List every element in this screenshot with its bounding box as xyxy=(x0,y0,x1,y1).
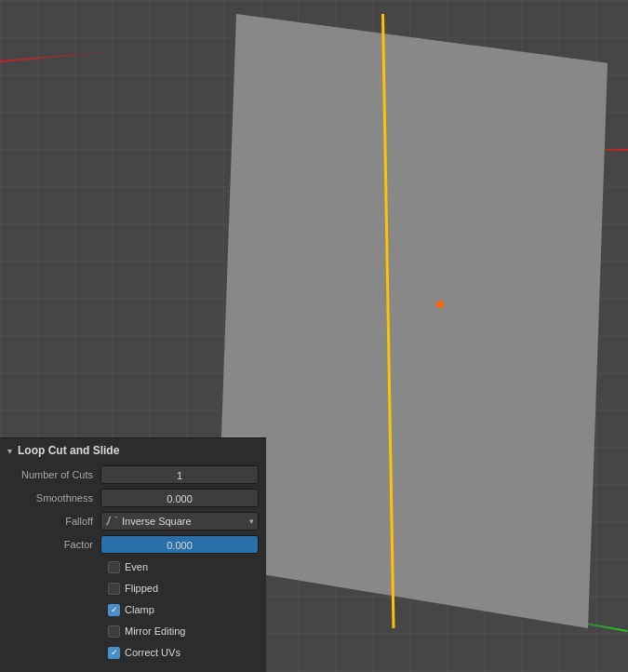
even-checkbox[interactable] xyxy=(108,561,120,573)
clamp-checkbox-wrapper[interactable]: Clamp xyxy=(108,604,154,616)
smoothness-row: Smoothness 0.000 xyxy=(7,488,259,508)
falloff-dropdown[interactable]: Inverse Square ▾ xyxy=(100,512,259,531)
correct-uvs-checkbox[interactable] xyxy=(108,647,120,659)
falloff-value-label: Inverse Square xyxy=(122,516,192,527)
mirror-editing-row: Mirror Editing xyxy=(7,622,259,640)
number-of-cuts-label: Number of Cuts xyxy=(7,469,100,480)
even-row: Even xyxy=(7,558,259,576)
operator-header[interactable]: ▾ Loop Cut and Slide xyxy=(0,438,266,463)
falloff-dropdown-label: Inverse Square xyxy=(105,516,192,527)
collapse-chevron-icon: ▾ xyxy=(7,446,12,456)
mirror-editing-checkbox-wrapper[interactable]: Mirror Editing xyxy=(108,625,185,638)
mirror-editing-checkbox[interactable] xyxy=(108,625,120,638)
factor-row: Factor 0.000 xyxy=(7,534,259,555)
axis-x-top xyxy=(0,51,112,62)
correct-uvs-row: Correct UVs xyxy=(7,643,259,662)
flipped-row: Flipped xyxy=(7,579,259,598)
correct-uvs-checkbox-wrapper[interactable]: Correct UVs xyxy=(108,647,180,659)
smoothness-label: Smoothness xyxy=(7,492,100,504)
smoothness-field[interactable]: 0.000 xyxy=(100,489,259,507)
flipped-checkbox-wrapper[interactable]: Flipped xyxy=(108,583,158,595)
mirror-editing-label: Mirror Editing xyxy=(125,625,185,637)
number-of-cuts-row: Number of Cuts 1 xyxy=(7,464,259,485)
mesh-plane xyxy=(217,14,608,628)
factor-field[interactable]: 0.000 xyxy=(100,535,259,554)
clamp-label: Clamp xyxy=(125,604,154,615)
correct-uvs-label: Correct UVs xyxy=(125,647,180,658)
operator-panel: ▾ Loop Cut and Slide Number of Cuts 1 Sm… xyxy=(0,437,266,672)
cursor-dot xyxy=(436,301,444,308)
flipped-checkbox[interactable] xyxy=(108,583,120,595)
falloff-label: Falloff xyxy=(7,516,100,527)
factor-label: Factor xyxy=(7,539,100,550)
flipped-label: Flipped xyxy=(125,583,158,594)
operator-title: Loop Cut and Slide xyxy=(18,444,119,457)
falloff-type-icon xyxy=(105,517,118,526)
clamp-checkbox[interactable] xyxy=(108,604,120,616)
operator-body: Number of Cuts 1 Smoothness 0.000 Fallof… xyxy=(0,463,266,666)
number-of-cuts-field[interactable]: 1 xyxy=(100,465,259,484)
clamp-row: Clamp xyxy=(7,600,259,619)
even-checkbox-wrapper[interactable]: Even xyxy=(108,561,148,573)
3d-viewport[interactable]: ▾ Loop Cut and Slide Number of Cuts 1 Sm… xyxy=(0,0,628,672)
falloff-row: Falloff Inverse Square ▾ xyxy=(7,511,259,531)
even-label: Even xyxy=(125,561,148,572)
dropdown-arrow-icon: ▾ xyxy=(249,517,254,526)
